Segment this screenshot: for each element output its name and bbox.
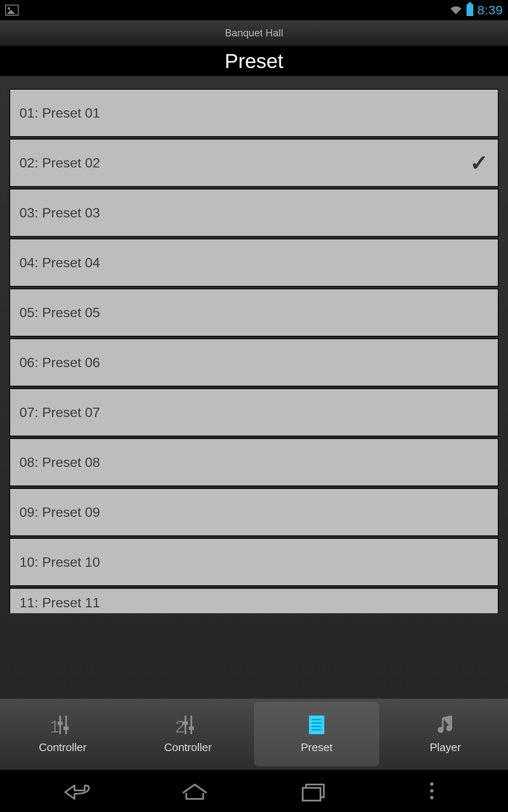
wifi-icon <box>450 5 462 15</box>
svg-rect-3 <box>303 788 320 801</box>
check-icon: ✓ <box>470 150 489 176</box>
tab-label: Controller <box>39 741 87 754</box>
preset-label: 02: Preset 02 <box>19 155 100 171</box>
sliders-icon: 2 <box>178 715 198 735</box>
preset-label: 01: Preset 01 <box>19 105 100 121</box>
preset-label: 08: Preset 08 <box>19 455 100 470</box>
header-subtitle: Banquet Hall <box>225 27 283 39</box>
preset-label: 11: Preset 11 <box>19 595 100 611</box>
preset-item[interactable]: 08: Preset 08 <box>9 438 499 486</box>
preset-label: 06: Preset 06 <box>19 355 100 370</box>
preset-label: 09: Preset 09 <box>19 505 100 520</box>
menu-button[interactable] <box>411 778 453 804</box>
status-bar: 8:39 <box>0 0 508 20</box>
home-button[interactable] <box>174 778 216 804</box>
notification-icon <box>5 5 19 16</box>
preset-list: 01: Preset 0102: Preset 02✓03: Preset 03… <box>9 89 499 613</box>
content-area: 01: Preset 0102: Preset 02✓03: Preset 03… <box>0 76 508 699</box>
preset-item[interactable]: 01: Preset 01 <box>9 89 499 137</box>
preset-label: 05: Preset 05 <box>19 305 100 321</box>
tab-bar: 1Controller2ControllerPresetPlayer <box>0 699 508 770</box>
tab-player-3[interactable]: Player <box>383 699 508 770</box>
preset-label: 10: Preset 10 <box>19 554 100 570</box>
title-bar: Preset <box>0 46 508 76</box>
preset-item[interactable]: 11: Preset 11 <box>9 588 499 613</box>
tab-preset-2[interactable]: Preset <box>254 702 379 766</box>
preset-item[interactable]: 02: Preset 02✓ <box>9 139 499 187</box>
recents-button[interactable] <box>292 778 334 804</box>
preset-label: 07: Preset 07 <box>19 405 100 420</box>
tab-controller-1[interactable]: 2Controller <box>125 699 251 770</box>
page-title: Preset <box>225 49 284 73</box>
header-bar: Banquet Hall <box>0 20 508 46</box>
battery-icon <box>467 4 473 16</box>
preset-item[interactable]: 09: Preset 09 <box>9 488 499 536</box>
tab-label: Preset <box>301 741 332 754</box>
back-button[interactable] <box>55 778 97 804</box>
preset-item[interactable]: 06: Preset 06 <box>9 338 499 387</box>
preset-item[interactable]: 05: Preset 05 <box>9 288 499 337</box>
preset-label: 04: Preset 04 <box>19 255 100 271</box>
preset-item[interactable]: 04: Preset 04 <box>9 239 499 287</box>
svg-point-0 <box>438 727 444 733</box>
preset-label: 03: Preset 03 <box>19 205 100 221</box>
preset-item[interactable]: 03: Preset 03 <box>9 189 499 237</box>
system-nav-bar <box>0 770 508 812</box>
tab-label: Player <box>430 741 461 754</box>
preset-item[interactable]: 10: Preset 10 <box>9 538 499 586</box>
tab-controller-0[interactable]: 1Controller <box>0 699 125 770</box>
music-icon <box>435 715 456 735</box>
preset-item[interactable]: 07: Preset 07 <box>9 388 499 436</box>
document-icon <box>306 715 327 735</box>
sliders-icon: 1 <box>52 715 73 735</box>
tab-label: Controller <box>164 741 212 754</box>
kebab-icon <box>430 782 433 799</box>
svg-point-1 <box>446 725 452 731</box>
status-clock: 8:39 <box>478 3 503 17</box>
